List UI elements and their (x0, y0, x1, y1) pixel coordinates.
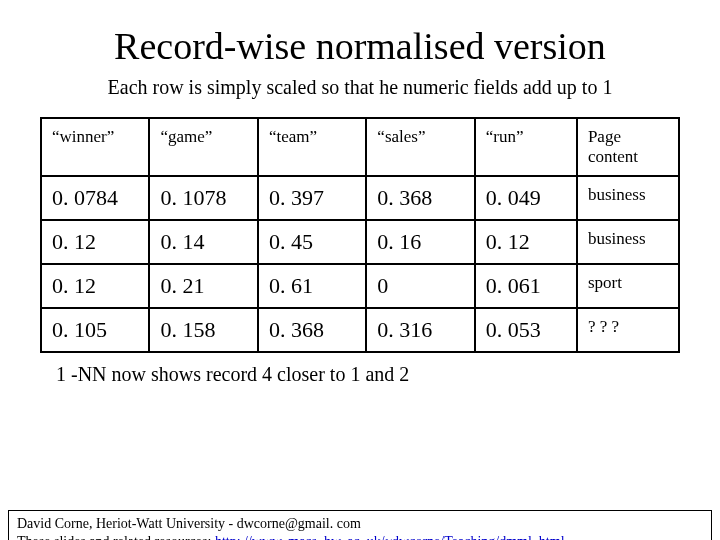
cell-category: ? ? ? (577, 308, 679, 352)
footer-line-2-prefix: These slides and related resources: (17, 534, 215, 540)
cell: 0. 061 (475, 264, 577, 308)
page-title: Record-wise normalised version (0, 24, 720, 68)
cell: 0. 16 (366, 220, 474, 264)
cell: 0. 12 (41, 220, 149, 264)
col-header: “run” (475, 118, 577, 176)
table-row: 0. 105 0. 158 0. 368 0. 316 0. 053 ? ? ? (41, 308, 679, 352)
col-header: “winner” (41, 118, 149, 176)
cell: 0. 049 (475, 176, 577, 220)
data-table: “winner” “game” “team” “sales” “run” Pag… (40, 117, 680, 353)
cell-category: sport (577, 264, 679, 308)
cell-category: business (577, 176, 679, 220)
slide: Record-wise normalised version Each row … (0, 24, 720, 540)
cell: 0. 368 (366, 176, 474, 220)
col-header: “game” (149, 118, 257, 176)
cell: 0. 1078 (149, 176, 257, 220)
subtitle: Each row is simply scaled so that he num… (30, 76, 690, 99)
cell: 0 (366, 264, 474, 308)
cell: 0. 158 (149, 308, 257, 352)
col-header: Page content (577, 118, 679, 176)
table-header-row: “winner” “game” “team” “sales” “run” Pag… (41, 118, 679, 176)
table-row: 0. 12 0. 21 0. 61 0 0. 061 sport (41, 264, 679, 308)
footer: David Corne, Heriot-Watt University - dw… (8, 510, 712, 540)
cell: 0. 45 (258, 220, 366, 264)
cell: 0. 12 (475, 220, 577, 264)
cell: 0. 105 (41, 308, 149, 352)
footer-line-2: These slides and related resources: http… (17, 533, 703, 540)
cell: 0. 12 (41, 264, 149, 308)
footer-line-1: David Corne, Heriot-Watt University - dw… (17, 515, 703, 533)
cell: 0. 14 (149, 220, 257, 264)
cell: 0. 21 (149, 264, 257, 308)
post-note: 1 -NN now shows record 4 closer to 1 and… (56, 363, 720, 386)
footer-link[interactable]: http: //www. macs. hw. ac. uk/~dwcorne/T… (215, 534, 565, 540)
cell: 0. 368 (258, 308, 366, 352)
cell: 0. 0784 (41, 176, 149, 220)
col-header: “sales” (366, 118, 474, 176)
table-row: 0. 0784 0. 1078 0. 397 0. 368 0. 049 bus… (41, 176, 679, 220)
cell: 0. 397 (258, 176, 366, 220)
table-row: 0. 12 0. 14 0. 45 0. 16 0. 12 business (41, 220, 679, 264)
cell-category: business (577, 220, 679, 264)
cell: 0. 61 (258, 264, 366, 308)
cell: 0. 316 (366, 308, 474, 352)
col-header: “team” (258, 118, 366, 176)
cell: 0. 053 (475, 308, 577, 352)
